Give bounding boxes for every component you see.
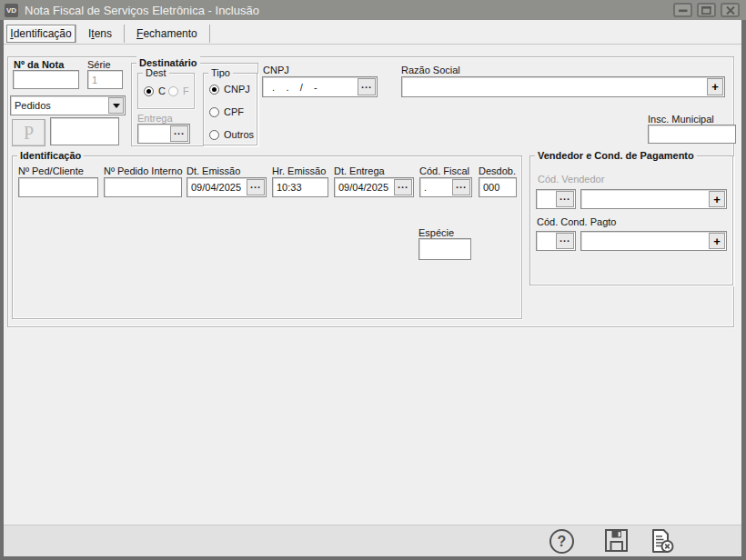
hr-emissao-input[interactable]: 10:33 <box>272 177 328 197</box>
form-panel: Nº da Nota Série 1 Pedidos P Destinatári… <box>7 56 734 327</box>
p-input[interactable] <box>50 117 119 145</box>
plus-icon: + <box>713 193 721 206</box>
help-button[interactable]: ? <box>549 529 574 554</box>
tab-itens[interactable]: Itens <box>76 25 124 43</box>
identificacao-group: Identificação Nº Ped/Cliente Nº Pedido I… <box>12 155 522 319</box>
cod-vendedor-browse-button[interactable]: ... <box>556 191 574 207</box>
razao-social-add-button[interactable]: + <box>707 78 723 95</box>
radio-disabled-icon <box>168 86 178 96</box>
ped-cliente-label: Nº Ped/Cliente <box>18 165 84 176</box>
dt-emissao-label: Dt. Emissão <box>186 165 240 176</box>
cod-vendedor-add-button[interactable]: + <box>709 191 725 207</box>
cod-vendedor-name-field[interactable]: + <box>580 189 727 209</box>
dt-entrega-browse-button[interactable]: ... <box>394 179 412 195</box>
dest-radio-c[interactable]: C <box>144 85 166 96</box>
vendedor-title: Vendedor e Cond. de Pagamento <box>535 149 697 162</box>
identificacao-title: Identificação <box>17 149 84 162</box>
ellipsis-icon: ... <box>398 179 408 190</box>
destinatario-group: Destinatário Dest C F Entrega ... <box>131 63 258 146</box>
ped-cliente-input[interactable] <box>18 177 98 197</box>
cod-cond-pagto-name-field[interactable]: + <box>580 231 727 251</box>
ellipsis-icon: ... <box>174 125 185 136</box>
cnpj-field[interactable]: . . / - ... <box>262 76 378 97</box>
cod-cond-pagto-browse-button[interactable]: ... <box>556 233 574 249</box>
dest-title: Dest <box>143 66 169 79</box>
app-icon: VD <box>5 4 18 17</box>
cnpj-browse-button[interactable]: ... <box>358 78 376 95</box>
titlebar: VD Nota Fiscal de Serviços Eletrônica - … <box>0 0 746 20</box>
dt-emissao-browse-button[interactable]: ... <box>247 179 265 195</box>
ellipsis-icon: ... <box>560 191 570 202</box>
razao-social-label: Razão Social <box>401 65 460 75</box>
hr-emissao-label: Hr. Emissão <box>272 165 326 176</box>
ellipsis-icon: ... <box>250 179 261 190</box>
serie-input[interactable]: 1 <box>87 70 123 89</box>
tipo-title: Tipo <box>208 66 233 79</box>
entrega-label: Entrega <box>137 113 173 124</box>
cancel-button[interactable] <box>648 528 675 555</box>
dropdown-button[interactable] <box>108 97 124 114</box>
maximize-icon <box>701 6 711 15</box>
cod-cond-pagto-label: Cód. Cond. Pagto <box>537 216 616 227</box>
tab-identificacao[interactable]: Identificação <box>6 25 76 43</box>
pedido-interno-label: Nº Pedido Interno <box>104 165 183 176</box>
minimize-button[interactable] <box>673 3 692 17</box>
dt-entrega-field[interactable]: 09/04/2025 ... <box>334 177 414 197</box>
serie-label: Série <box>87 59 111 70</box>
desdob-label: Desdob. <box>479 165 516 176</box>
save-button[interactable] <box>604 528 630 555</box>
radio-icon <box>209 107 219 117</box>
pedidos-select[interactable]: Pedidos <box>10 95 126 115</box>
radio-selected-icon <box>144 86 154 96</box>
cod-fiscal-label: Cód. Fiscal <box>419 165 469 176</box>
insc-municipal-input[interactable] <box>648 125 736 144</box>
dest-radio-f[interactable]: F <box>168 85 189 96</box>
cod-fiscal-field[interactable]: . ... <box>419 177 472 197</box>
dt-emissao-field[interactable]: 09/04/2025 ... <box>186 177 267 197</box>
nota-number-label: Nº da Nota <box>14 59 64 70</box>
cod-vendedor-label: Cód. Vendedor <box>538 174 604 185</box>
cod-cond-pagto-code-field[interactable]: ... <box>536 231 576 251</box>
pedido-interno-input[interactable] <box>104 177 182 197</box>
radio-selected-icon <box>209 85 219 95</box>
cod-vendedor-code-field[interactable]: ... <box>536 189 576 209</box>
close-button[interactable] <box>721 3 740 17</box>
vendedor-group: Vendedor e Cond. de Pagamento Cód. Vende… <box>529 155 733 285</box>
save-icon <box>604 528 630 554</box>
tab-separator <box>209 25 210 43</box>
nota-number-input[interactable] <box>13 70 79 89</box>
entrega-field[interactable]: ... <box>137 124 190 144</box>
action-bar: ? <box>4 525 741 556</box>
cancel-document-icon <box>648 528 675 554</box>
chevron-down-icon <box>113 104 120 108</box>
plus-icon: + <box>713 235 721 248</box>
minimize-icon <box>679 6 688 15</box>
razao-social-field[interactable]: + <box>401 76 725 97</box>
insc-municipal-label: Insc. Municipal <box>648 114 714 125</box>
dest-group: Dest C F <box>137 73 195 109</box>
tab-fechamento[interactable]: Fechamento <box>125 25 209 43</box>
close-icon <box>726 6 735 15</box>
entrega-browse-button[interactable]: ... <box>170 125 188 142</box>
especie-label: Espécie <box>418 227 454 238</box>
help-icon: ? <box>549 529 574 554</box>
maximize-button[interactable] <box>697 3 716 17</box>
tipo-radio-cnpj[interactable]: CNPJ <box>209 84 250 95</box>
cod-cond-pagto-add-button[interactable]: + <box>709 233 725 249</box>
cnpj-label: CNPJ <box>263 65 289 75</box>
radio-icon <box>209 130 219 140</box>
desdob-input[interactable]: 000 <box>479 177 517 197</box>
tipo-radio-outros[interactable]: Outros <box>209 129 254 140</box>
client-area: Identificação Itens Fechamento Nº da Not… <box>4 20 741 556</box>
especie-input[interactable] <box>418 238 471 260</box>
window-controls <box>673 3 746 17</box>
ellipsis-icon: ... <box>361 79 372 90</box>
tab-bar: Identificação Itens Fechamento <box>4 20 741 45</box>
ellipsis-icon: ... <box>560 233 570 244</box>
tipo-group: Tipo CNPJ CPF Outros <box>203 73 257 145</box>
p-button[interactable]: P <box>12 119 45 146</box>
dt-entrega-label: Dt. Entrega <box>334 165 385 176</box>
plus-icon: + <box>711 80 719 94</box>
tipo-radio-cpf[interactable]: CPF <box>209 106 244 117</box>
cod-fiscal-browse-button[interactable]: ... <box>452 179 470 195</box>
